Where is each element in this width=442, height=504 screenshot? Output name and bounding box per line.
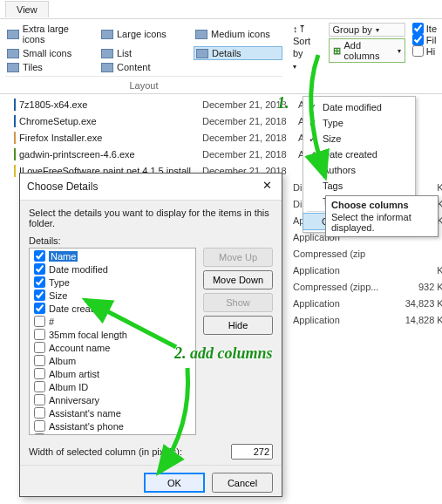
detail-item[interactable]: Date created: [31, 302, 194, 315]
detail-checkbox[interactable]: [34, 263, 45, 275]
close-icon[interactable]: ✕: [259, 179, 275, 194]
chk-item[interactable]: Ite: [412, 23, 437, 34]
detail-checkbox[interactable]: [34, 303, 45, 314]
detail-checkbox[interactable]: [34, 420, 45, 432]
tooltip-choose-columns: Choose columns Select the informat displ…: [325, 195, 439, 237]
layout-option[interactable]: Content: [99, 61, 188, 73]
chk-hi[interactable]: Hi: [412, 45, 437, 57]
layout-option[interactable]: Tiles: [5, 61, 94, 73]
detail-item[interactable]: Type: [31, 276, 194, 289]
detail-checkbox[interactable]: [34, 355, 45, 366]
hide-button[interactable]: Hide: [203, 316, 273, 335]
detail-item[interactable]: Attachments: [31, 432, 194, 435]
layout-option[interactable]: Details: [194, 46, 282, 60]
ribbon-right: ↕⤒ Sort by ▾ Group by▾ ⊞ Add columns▾ It…: [288, 19, 442, 93]
layout-option[interactable]: Medium icons: [194, 23, 282, 45]
detail-item[interactable]: Anniversary: [31, 393, 194, 406]
detail-item[interactable]: Account name: [31, 341, 194, 354]
sort-by[interactable]: ↕⤒ Sort by ▾: [293, 23, 322, 90]
layout-option[interactable]: List: [99, 46, 188, 60]
detail-checkbox[interactable]: [34, 289, 45, 301]
tab-strip: View: [0, 0, 442, 19]
column-menu-item[interactable]: Authors: [303, 162, 415, 178]
detail-checkbox[interactable]: [34, 342, 45, 353]
ok-button[interactable]: OK: [144, 473, 205, 493]
tab-view[interactable]: View: [5, 1, 49, 17]
dialog-instruction: Select the details you want to display f…: [29, 208, 273, 228]
add-columns-button[interactable]: ⊞ Add columns▾: [329, 38, 405, 63]
detail-item[interactable]: Assistant's name: [31, 406, 194, 419]
detail-checkbox[interactable]: [34, 433, 45, 435]
cancel-button[interactable]: Cancel: [212, 473, 273, 493]
layout-label: Layout: [5, 76, 282, 93]
detail-item[interactable]: Album artist: [31, 367, 194, 380]
show-button[interactable]: Show: [203, 293, 273, 312]
detail-checkbox[interactable]: [34, 381, 45, 392]
detail-checkbox[interactable]: [34, 394, 45, 405]
dialog-title: Choose Details: [27, 180, 98, 193]
detail-item[interactable]: Date modified: [31, 262, 194, 276]
chk-fil[interactable]: Fil: [412, 34, 437, 45]
column-menu-item[interactable]: Type: [303, 115, 415, 131]
column-menu-item[interactable]: Date created: [303, 146, 415, 162]
detail-item[interactable]: Album ID: [31, 380, 194, 393]
choose-details-dialog: Choose Details ✕ Select the details you …: [19, 173, 282, 497]
layout-panel: Extra large iconsLarge iconsMedium icons…: [0, 19, 288, 93]
group-by-button[interactable]: Group by▾: [329, 23, 405, 37]
detail-checkbox[interactable]: [34, 316, 45, 327]
layout-option[interactable]: Extra large icons: [5, 23, 94, 45]
layout-option[interactable]: Large icons: [99, 23, 188, 45]
detail-item[interactable]: 35mm focal length: [31, 328, 194, 341]
detail-item[interactable]: #: [31, 315, 194, 328]
column-menu-item[interactable]: Size: [303, 131, 415, 146]
detail-item[interactable]: Assistant's phone: [31, 419, 194, 432]
move-up-button[interactable]: Move Up: [203, 248, 273, 267]
detail-checkbox[interactable]: [34, 329, 45, 340]
detail-checkbox[interactable]: [34, 250, 45, 262]
detail-item[interactable]: Album: [31, 354, 194, 367]
move-down-button[interactable]: Move Down: [203, 270, 273, 289]
width-label: Width of selected column (in pixels):: [29, 446, 182, 457]
detail-checkbox[interactable]: [34, 368, 45, 379]
details-list[interactable]: NameDate modifiedTypeSizeDate created#35…: [29, 248, 196, 435]
detail-checkbox[interactable]: [34, 276, 45, 288]
detail-item[interactable]: Name: [31, 249, 194, 262]
details-label: Details:: [29, 235, 273, 246]
column-menu-item[interactable]: Date modified: [303, 99, 415, 115]
detail-item[interactable]: Size: [31, 289, 194, 302]
detail-checkbox[interactable]: [34, 407, 45, 419]
width-input[interactable]: [231, 444, 273, 460]
ribbon: Extra large iconsLarge iconsMedium icons…: [0, 19, 442, 94]
layout-option[interactable]: Small icons: [5, 46, 94, 60]
column-menu-item[interactable]: Tags: [303, 178, 415, 194]
